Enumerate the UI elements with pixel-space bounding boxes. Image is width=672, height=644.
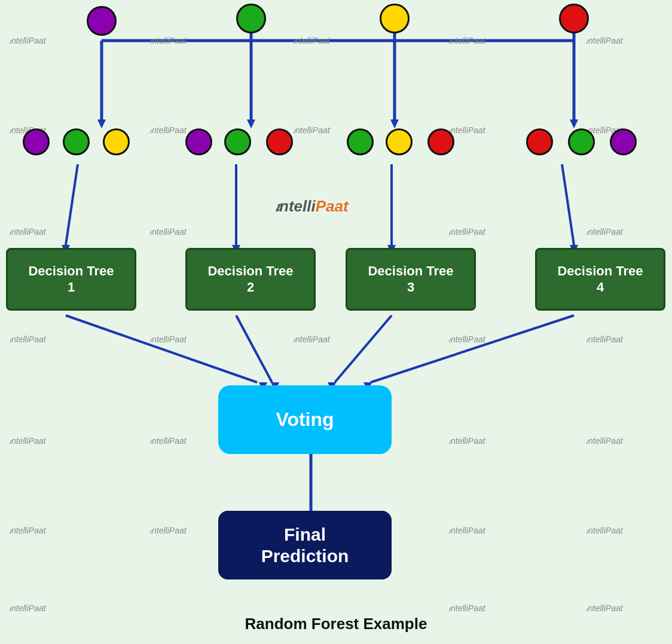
decision-tree-1-box: Decision Tree 1 bbox=[6, 248, 136, 311]
bottom-label: Random Forest Example bbox=[245, 615, 427, 633]
decision-tree-4-box: Decision Tree 4 bbox=[535, 248, 665, 311]
l2-circle-yellow-1 bbox=[103, 128, 130, 155]
l2-circle-green-2 bbox=[224, 128, 251, 155]
intellipaat-logo: 𝚤ntelliPaat bbox=[275, 197, 349, 216]
svg-marker-12 bbox=[570, 119, 578, 128]
dt3-number: 3 bbox=[407, 280, 414, 295]
voting-box: Voting bbox=[218, 385, 392, 454]
dt4-number: 4 bbox=[597, 280, 604, 295]
dt2-label: Decision Tree bbox=[207, 263, 293, 279]
svg-line-19 bbox=[562, 164, 574, 245]
dt2-number: 2 bbox=[247, 280, 254, 295]
dt1-number: 1 bbox=[68, 280, 75, 295]
final-label: Final Prediction bbox=[261, 524, 349, 567]
dt1-label: Decision Tree bbox=[28, 263, 114, 279]
root-circle-green bbox=[236, 4, 266, 33]
svg-line-23 bbox=[335, 315, 392, 382]
decision-tree-3-box: Decision Tree 3 bbox=[346, 248, 476, 311]
svg-marker-8 bbox=[247, 119, 255, 128]
l2-circle-yellow-3 bbox=[386, 128, 413, 155]
svg-line-22 bbox=[236, 315, 272, 382]
l2-circle-green-1 bbox=[63, 128, 90, 155]
svg-marker-6 bbox=[97, 119, 106, 128]
l2-circle-green-4 bbox=[568, 128, 595, 155]
voting-label: Voting bbox=[276, 409, 334, 431]
root-circle-purple bbox=[87, 6, 117, 36]
root-circle-yellow bbox=[380, 4, 410, 33]
l2-circle-purple-2 bbox=[185, 128, 212, 155]
dt4-label: Decision Tree bbox=[557, 263, 643, 279]
svg-line-13 bbox=[66, 164, 78, 245]
l2-circle-red-3 bbox=[427, 128, 454, 155]
l2-circle-purple-4 bbox=[610, 128, 637, 155]
root-circle-red bbox=[559, 4, 589, 33]
l2-circle-red-4 bbox=[526, 128, 553, 155]
decision-tree-2-box: Decision Tree 2 bbox=[185, 248, 316, 311]
diagram-container: 𝚤ntelliPaat 𝚤ntelliPaat 𝚤ntelliPaat 𝚤nte… bbox=[0, 0, 672, 644]
dt3-label: Decision Tree bbox=[368, 263, 453, 279]
l2-circle-green-3 bbox=[347, 128, 374, 155]
final-prediction-box: Final Prediction bbox=[218, 511, 392, 579]
svg-line-24 bbox=[371, 315, 574, 382]
svg-marker-10 bbox=[390, 119, 399, 128]
l2-circle-purple-1 bbox=[23, 128, 50, 155]
l2-circle-red-2 bbox=[266, 128, 293, 155]
svg-line-21 bbox=[66, 315, 257, 382]
